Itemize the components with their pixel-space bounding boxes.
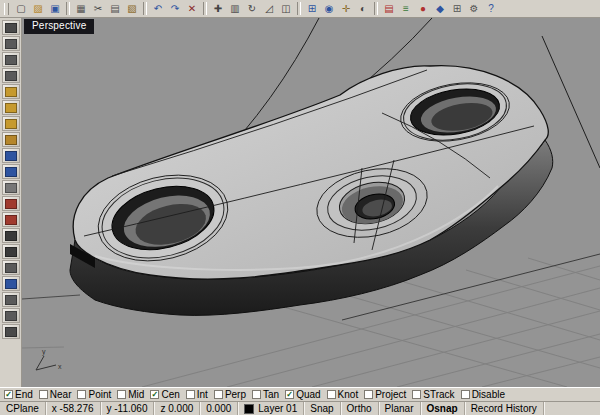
osnap-perp-checkbox[interactable] bbox=[214, 390, 223, 399]
properties-icon[interactable]: ≡ bbox=[398, 1, 414, 16]
osnap-project-label: Project bbox=[375, 389, 406, 400]
arc-tool-icon[interactable] bbox=[2, 100, 20, 115]
pan-view-icon[interactable]: ✛ bbox=[338, 1, 354, 16]
osnap-project-checkbox[interactable] bbox=[364, 390, 373, 399]
osnap-strack-label: STrack bbox=[423, 389, 454, 400]
status-pane-record-history[interactable]: Record History bbox=[465, 402, 544, 415]
osnap-end-checkbox[interactable]: ✓ bbox=[4, 390, 13, 399]
material-icon[interactable]: ● bbox=[415, 1, 431, 16]
dimension-tool-icon[interactable] bbox=[2, 308, 20, 323]
delete-icon[interactable]: ✕ bbox=[184, 1, 200, 16]
polyline-tool-icon[interactable] bbox=[2, 68, 20, 83]
osnap-quad[interactable]: ✓Quad bbox=[285, 389, 320, 400]
coordinate-x: x -58.276 bbox=[46, 402, 101, 415]
osnap-near-checkbox[interactable] bbox=[39, 390, 48, 399]
box-tool-icon[interactable] bbox=[2, 164, 20, 179]
offset-tool-icon[interactable] bbox=[2, 276, 20, 291]
separator-5 bbox=[374, 2, 378, 15]
viewport-title[interactable]: Perspective bbox=[24, 19, 94, 34]
osnap-tan[interactable]: Tan bbox=[252, 389, 279, 400]
sphere-tool-icon-glyph bbox=[5, 183, 17, 193]
array-tool-icon[interactable] bbox=[2, 292, 20, 307]
osnap-mid-checkbox[interactable] bbox=[117, 390, 126, 399]
left-toolbar bbox=[0, 18, 22, 387]
osnap-disable[interactable]: Disable bbox=[461, 389, 505, 400]
fillet-tool-icon[interactable] bbox=[2, 196, 20, 211]
cut-icon[interactable]: ✂ bbox=[90, 1, 106, 16]
point-tool-icon-glyph bbox=[5, 39, 17, 49]
osnap-perp[interactable]: Perp bbox=[214, 389, 246, 400]
rectangle-tool-icon[interactable] bbox=[2, 132, 20, 147]
curve-tool-icon-glyph bbox=[5, 55, 17, 65]
paste-icon[interactable]: ▧ bbox=[124, 1, 140, 16]
extend-tool-icon[interactable] bbox=[2, 260, 20, 275]
osnap-quad-checkbox[interactable]: ✓ bbox=[285, 390, 294, 399]
undo-icon[interactable]: ↶ bbox=[150, 1, 166, 16]
osnap-int-checkbox[interactable] bbox=[186, 390, 195, 399]
osnap-knot-checkbox[interactable] bbox=[327, 390, 336, 399]
zoom-extents-icon[interactable]: ⊞ bbox=[304, 1, 320, 16]
scale-icon[interactable]: ◿ bbox=[261, 1, 277, 16]
osnap-end[interactable]: ✓End bbox=[4, 389, 33, 400]
point-tool-icon[interactable] bbox=[2, 36, 20, 51]
perspective-viewport[interactable]: Perspective bbox=[22, 18, 600, 387]
ellipse-tool-icon-glyph bbox=[5, 119, 17, 129]
surface-tool-icon[interactable] bbox=[2, 148, 20, 163]
save-icon[interactable]: ▣ bbox=[47, 1, 63, 16]
osnap-cen[interactable]: ✓Cen bbox=[150, 389, 179, 400]
osnap-tan-checkbox[interactable] bbox=[252, 390, 261, 399]
osnap-mid[interactable]: Mid bbox=[117, 389, 144, 400]
osnap-int[interactable]: Int bbox=[186, 389, 208, 400]
copy-object-icon[interactable]: ▥ bbox=[227, 1, 243, 16]
curve-tool-icon[interactable] bbox=[2, 52, 20, 67]
layers-icon[interactable]: ▤ bbox=[381, 1, 397, 16]
toolbar-grip[interactable] bbox=[4, 3, 9, 15]
move-icon[interactable]: ✚ bbox=[210, 1, 226, 16]
trim-tool-icon[interactable] bbox=[2, 228, 20, 243]
separator-4 bbox=[297, 2, 301, 15]
osnap-mid-label: Mid bbox=[128, 389, 144, 400]
separator-1 bbox=[66, 2, 70, 15]
layer-pane[interactable]: Layer 01 bbox=[238, 402, 304, 415]
osnap-cen-checkbox[interactable]: ✓ bbox=[150, 390, 159, 399]
help-icon[interactable]: ? bbox=[483, 1, 499, 16]
shaded-view-icon[interactable]: ◐ bbox=[355, 1, 371, 16]
separator-2 bbox=[143, 2, 147, 15]
status-bar: CPlane x -58.276 y -11.060 z 0.000 0.000… bbox=[0, 401, 600, 415]
viewport-canvas[interactable]: x y bbox=[22, 18, 600, 387]
grid-snap-icon[interactable]: ⊞ bbox=[449, 1, 465, 16]
osnap-near[interactable]: Near bbox=[39, 389, 72, 400]
osnap-point-checkbox[interactable] bbox=[77, 390, 86, 399]
cplane-button[interactable]: CPlane bbox=[0, 402, 46, 415]
render-icon[interactable]: ◆ bbox=[432, 1, 448, 16]
osnap-knot[interactable]: Knot bbox=[327, 389, 359, 400]
osnap-strack-checkbox[interactable] bbox=[412, 390, 421, 399]
status-pane-snap[interactable]: Snap bbox=[304, 402, 340, 415]
select-tool-icon[interactable] bbox=[2, 20, 20, 35]
new-file-icon[interactable]: ▢ bbox=[13, 1, 29, 16]
layer-name: Layer 01 bbox=[258, 403, 297, 414]
move-tool-icon[interactable] bbox=[2, 324, 20, 339]
osnap-disable-checkbox[interactable] bbox=[461, 390, 470, 399]
redo-icon[interactable]: ↷ bbox=[167, 1, 183, 16]
circle-tool-icon[interactable] bbox=[2, 84, 20, 99]
options-gear-icon[interactable]: ⚙ bbox=[466, 1, 482, 16]
status-pane-osnap[interactable]: Osnap bbox=[421, 402, 465, 415]
status-pane-planar[interactable]: Planar bbox=[379, 402, 421, 415]
status-pane-ortho[interactable]: Ortho bbox=[341, 402, 379, 415]
rotate-icon[interactable]: ↻ bbox=[244, 1, 260, 16]
print-icon[interactable]: ▦ bbox=[73, 1, 89, 16]
mirror-icon[interactable]: ◫ bbox=[278, 1, 294, 16]
zoom-window-icon[interactable]: ◉ bbox=[321, 1, 337, 16]
copy-icon[interactable]: ▤ bbox=[107, 1, 123, 16]
open-file-icon[interactable]: ▨ bbox=[30, 1, 46, 16]
surface-tool-icon-glyph bbox=[5, 151, 17, 161]
osnap-point[interactable]: Point bbox=[77, 389, 111, 400]
ellipse-tool-icon[interactable] bbox=[2, 116, 20, 131]
sphere-tool-icon[interactable] bbox=[2, 180, 20, 195]
osnap-project[interactable]: Project bbox=[364, 389, 406, 400]
chamfer-tool-icon[interactable] bbox=[2, 212, 20, 227]
osnap-strack[interactable]: STrack bbox=[412, 389, 454, 400]
axis-x-label: x bbox=[58, 363, 62, 370]
split-tool-icon[interactable] bbox=[2, 244, 20, 259]
